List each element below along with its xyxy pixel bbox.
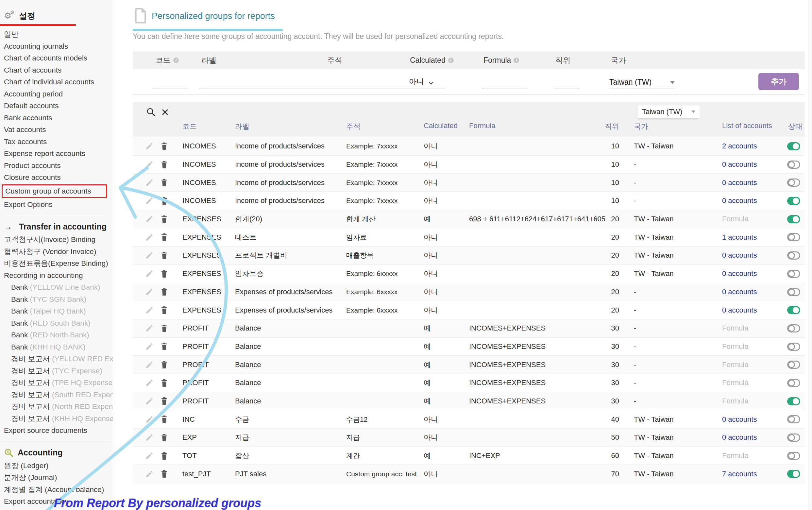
status-toggle[interactable] <box>787 379 800 387</box>
clear-search-icon[interactable] <box>162 109 169 116</box>
sidebar-item-bank-accounts[interactable]: Bank accounts <box>4 112 113 124</box>
sidebar-subitem[interactable]: 경비 보고서 (South RED Expen... <box>4 389 113 401</box>
edit-icon[interactable] <box>145 374 154 392</box>
edit-icon[interactable] <box>145 301 154 319</box>
delete-icon[interactable] <box>160 283 168 301</box>
status-toggle[interactable] <box>787 470 800 478</box>
delete-icon[interactable] <box>160 429 168 447</box>
sidebar-subitem[interactable]: Bank (Taipei HQ Bank) <box>4 305 113 317</box>
edit-icon[interactable] <box>145 174 154 192</box>
sidebar-item-default-accounts[interactable]: Default accounts <box>4 100 113 112</box>
sidebar-item[interactable]: 계정별 집계 (Account balance) <box>4 484 113 496</box>
sidebar-item-closure-accounts[interactable]: Closure accounts <box>4 172 113 184</box>
delete-icon[interactable] <box>160 228 168 246</box>
sidebar-subitem[interactable]: 경비 보고서 (TYC Expense) <box>4 365 113 377</box>
delete-icon[interactable] <box>160 447 168 465</box>
status-toggle[interactable] <box>787 178 800 187</box>
edit-icon[interactable] <box>145 228 154 246</box>
edit-icon[interactable] <box>145 265 154 283</box>
calculated-select[interactable]: 아니 <box>409 77 445 89</box>
edit-icon[interactable] <box>145 137 154 155</box>
edit-icon[interactable] <box>145 338 154 356</box>
accounts-link[interactable]: 7 accounts <box>722 465 757 483</box>
sidebar-item[interactable]: Recording in accounting <box>4 270 113 282</box>
status-toggle[interactable] <box>787 415 800 423</box>
edit-icon[interactable] <box>145 410 154 428</box>
search-icon[interactable] <box>146 108 155 117</box>
delete-icon[interactable] <box>160 174 168 192</box>
status-toggle[interactable] <box>787 433 800 442</box>
position-input[interactable] <box>554 78 580 89</box>
delete-icon[interactable] <box>160 155 168 174</box>
delete-icon[interactable] <box>160 356 168 374</box>
sidebar-subitem[interactable]: 경비 보고서 (TPE HQ Expense) <box>4 377 113 389</box>
delete-icon[interactable] <box>160 374 168 392</box>
sidebar-item-vat-accounts[interactable]: Vat accounts <box>4 124 113 136</box>
sidebar-subitem[interactable]: Bank (YELLOW Line Bank) <box>4 282 113 293</box>
accounts-link[interactable]: 0 accounts <box>722 192 757 210</box>
delete-icon[interactable] <box>160 319 168 337</box>
delete-icon[interactable] <box>160 265 168 283</box>
sidebar-subitem[interactable]: 경비 보고서 (North RED Expense) <box>4 401 113 413</box>
status-toggle[interactable] <box>787 288 800 296</box>
country-filter-select[interactable]: Taiwan (TW) <box>637 105 700 119</box>
edit-icon[interactable] <box>145 429 154 447</box>
accounts-link[interactable]: 0 accounts <box>722 174 757 192</box>
edit-icon[interactable] <box>145 465 154 483</box>
sidebar-item-일반[interactable]: 일반 <box>4 28 113 40</box>
accounts-link[interactable]: 0 accounts <box>722 301 757 319</box>
status-toggle[interactable] <box>787 324 800 333</box>
sidebar-item-custom-group-of-accounts[interactable]: Custom group of accounts <box>2 185 107 198</box>
sidebar-item-chart-of-individual-accounts[interactable]: Chart of individual accounts <box>4 76 113 88</box>
code-input[interactable] <box>152 78 188 89</box>
edit-icon[interactable] <box>145 192 154 210</box>
status-toggle[interactable] <box>787 306 800 314</box>
edit-icon[interactable] <box>145 247 154 264</box>
delete-icon[interactable] <box>160 247 168 264</box>
sidebar-item-export-source-documents[interactable]: Export source documents <box>4 425 113 437</box>
status-toggle[interactable] <box>787 361 800 369</box>
edit-icon[interactable] <box>145 356 154 374</box>
sidebar-subitem[interactable]: 경비 보고서 (KHH HQ Expense) <box>4 413 113 425</box>
delete-icon[interactable] <box>160 192 168 210</box>
accounts-link[interactable]: 0 accounts <box>722 265 757 283</box>
edit-icon[interactable] <box>145 283 154 301</box>
accounts-link[interactable]: 1 accounts <box>722 228 757 246</box>
edit-icon[interactable] <box>145 210 154 228</box>
accounts-link[interactable]: 0 accounts <box>722 410 757 428</box>
status-toggle[interactable] <box>787 251 800 260</box>
sidebar-item[interactable]: 비용전표묶음(Expense Binding) <box>4 258 113 270</box>
delete-icon[interactable] <box>160 301 168 319</box>
delete-icon[interactable] <box>160 210 168 228</box>
add-button[interactable]: 추가 <box>758 73 799 90</box>
sidebar-subitem[interactable]: Bank (RED South Bank) <box>4 317 113 330</box>
status-toggle[interactable] <box>787 161 800 169</box>
sidebar-item-chart-of-accounts-models[interactable]: Chart of accounts models <box>4 52 113 64</box>
status-toggle[interactable] <box>787 215 800 223</box>
delete-icon[interactable] <box>160 338 168 356</box>
delete-icon[interactable] <box>160 137 168 155</box>
accounts-link[interactable]: 2 accounts <box>722 137 757 155</box>
status-toggle[interactable] <box>787 343 800 351</box>
label-input[interactable] <box>199 78 330 89</box>
sidebar-item-chart-of-accounts[interactable]: Chart of accounts <box>4 64 113 77</box>
status-toggle[interactable] <box>787 270 800 278</box>
edit-icon[interactable] <box>145 155 154 174</box>
country-select[interactable]: Taiwan (TW) <box>609 78 675 89</box>
sidebar-item[interactable]: 분개장 (Journal) <box>4 472 113 484</box>
status-toggle[interactable] <box>787 397 800 405</box>
sidebar-item-tax-accounts[interactable]: Tax accounts <box>4 136 113 148</box>
edit-icon[interactable] <box>145 319 154 337</box>
status-toggle[interactable] <box>787 142 800 150</box>
delete-icon[interactable] <box>160 410 168 428</box>
sidebar-item-export-options[interactable]: Export Options <box>4 199 113 211</box>
accounts-link[interactable]: 0 accounts <box>722 283 757 301</box>
sidebar-item-product-accounts[interactable]: Product accounts <box>4 160 113 172</box>
sidebar-item[interactable]: 고객청구서(Invoice) Binding <box>4 234 113 246</box>
sidebar-item-accounting-journals[interactable]: Accounting journals <box>4 40 113 53</box>
scrollbar[interactable] <box>809 0 812 510</box>
sidebar-item[interactable]: 원장 (Ledger) <box>4 460 113 472</box>
sidebar-subitem[interactable]: 경비 보고서 (YELLOW RED Ex... <box>4 353 113 365</box>
status-toggle[interactable] <box>787 197 800 205</box>
accounts-link[interactable]: 0 accounts <box>722 155 757 174</box>
